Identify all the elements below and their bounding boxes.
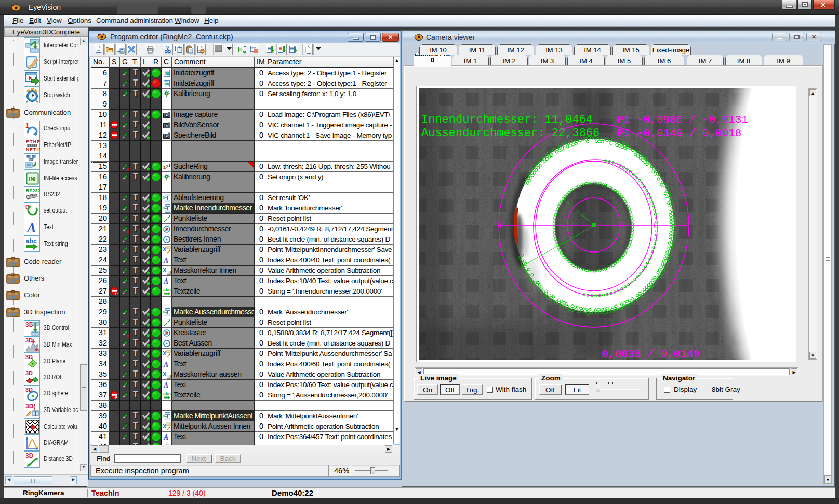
svg-text:3: 3 (168, 163, 171, 168)
svg-text:A: A (163, 361, 168, 368)
svg-text:Innendurchmesser: 11,0464: Innendurchmesser: 11,0464 (421, 113, 593, 126)
svg-text:X: X (163, 371, 167, 377)
svg-text:3D: 3D (25, 370, 33, 376)
svg-text:PI -0,0986 / -0,0131: PI -0,0986 / -0,0131 (617, 114, 748, 126)
svg-text:INI: INI (165, 72, 169, 75)
svg-text:PI -0,0149 / 0,0018: PI -0,0149 / 0,0018 (617, 127, 741, 139)
svg-text:abc: abc (26, 237, 37, 245)
svg-text:0,0838 / 0,0149: 0,0838 / 0,0149 (602, 348, 700, 360)
svg-text:X: X (163, 246, 167, 253)
svg-text:3D(: 3D( (25, 403, 35, 410)
svg-text:P: P (115, 396, 118, 400)
svg-text:P: P (115, 292, 118, 296)
svg-text:1: 1 (295, 45, 296, 48)
svg-text:ETHER: ETHER (26, 139, 40, 144)
svg-text:3D: 3D (25, 337, 33, 343)
svg-text:A: A (163, 381, 168, 389)
svg-text:abc: abc (163, 391, 171, 396)
svg-text:A: A (26, 220, 36, 235)
svg-text:X: X (163, 350, 167, 356)
svg-text:3D: 3D (25, 452, 34, 459)
svg-text:3D: 3D (25, 354, 33, 360)
svg-text:abc: abc (163, 287, 171, 293)
svg-text:A: A (163, 277, 168, 285)
svg-text:INI: INI (29, 176, 36, 182)
svg-text:A: A (163, 433, 168, 441)
svg-text:X: X (163, 423, 167, 429)
svg-text:A: A (163, 257, 168, 264)
svg-text:INI: INI (165, 82, 169, 86)
svg-text:NETIP: NETIP (26, 147, 40, 152)
svg-text:X: X (163, 267, 167, 273)
svg-text:Aussendurchmesser: 22,3866: Aussendurchmesser: 22,3866 (421, 127, 600, 140)
svg-text:RS232: RS232 (26, 188, 40, 193)
